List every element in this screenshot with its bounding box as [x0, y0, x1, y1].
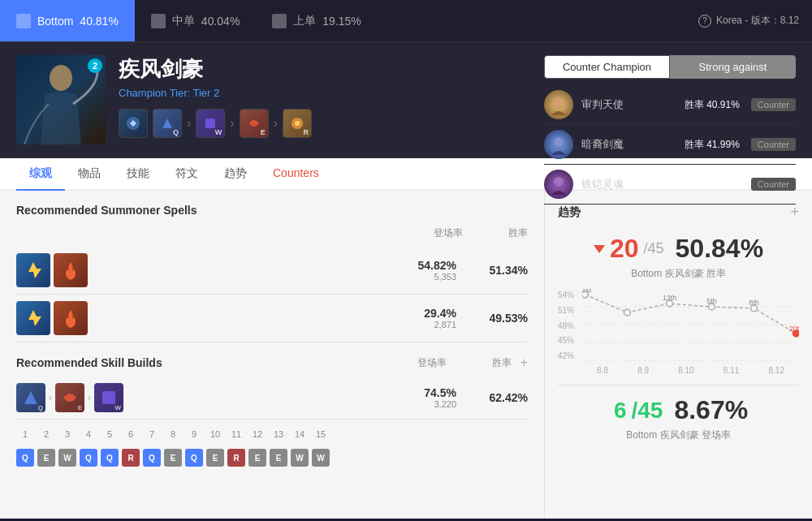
- svg-rect-9: [102, 391, 115, 404]
- svg-point-7: [554, 137, 564, 147]
- skill-icon-w: W: [94, 383, 123, 412]
- order-num-9: 9: [185, 429, 203, 439]
- subnav-skills[interactable]: 技能: [114, 158, 162, 191]
- counter-btn-1[interactable]: Counter: [751, 98, 796, 111]
- trend-plus-icon[interactable]: +: [790, 204, 799, 221]
- summoner-icon-ignite: [54, 253, 88, 287]
- skill-sequence: Q › E › W: [16, 383, 377, 412]
- counter-name-1: 审判天使: [581, 97, 676, 112]
- order-num-13: 13: [270, 429, 287, 439]
- subnav-overview[interactable]: 综观: [16, 158, 65, 191]
- y-label-0: 54%: [558, 291, 582, 299]
- col-header-rate: 登场率: [398, 226, 463, 240]
- spell-table-header: 登场率 胜率: [16, 226, 528, 240]
- order-key-3: W: [58, 449, 76, 467]
- spell-passive: [119, 109, 148, 138]
- left-panel: Recommended Summoner Spells 登场率 胜率 54.82…: [0, 191, 544, 519]
- tab-percent-top: 19.15%: [322, 15, 361, 28]
- main-content: Recommended Summoner Spells 登场率 胜率 54.82…: [0, 191, 812, 519]
- order-num-10: 10: [206, 429, 224, 439]
- top-nav: Bottom 40.81% 中单 40.04% 上单 19.15% ? Kore…: [0, 0, 812, 42]
- winrate-primary-2: 49.53%: [463, 312, 528, 325]
- tab-label-top: 上单: [293, 14, 316, 28]
- right-panel: 趋势 + 20 /45 50.84% Bottom 疾风剑豪 胜率 54% 51…: [544, 191, 812, 519]
- rate-primary-2: 29.4%: [383, 307, 456, 320]
- order-num-14: 14: [291, 429, 309, 439]
- svg-text:2nd: 2nd: [582, 289, 591, 294]
- nav-tab-mid[interactable]: 中单 40.04%: [135, 0, 256, 41]
- counter-tab-counter[interactable]: Counter Champion: [544, 55, 670, 79]
- trend-winrate-block: 20 /45 50.84% Bottom 疾风剑豪 胜率: [558, 234, 799, 281]
- trend-pickrate-of: /45: [631, 398, 663, 424]
- chart-area: 2nd 13th 5th 8th 20th: [582, 289, 799, 364]
- x-label-1: 8.9: [637, 366, 649, 375]
- counter-panel: Counter Champion Strong against 审判天使 胜率 …: [544, 55, 796, 205]
- svg-text:20th: 20th: [789, 325, 799, 333]
- counter-name-2: 暗裔剑魔: [581, 137, 676, 152]
- counter-btn-2[interactable]: Counter: [751, 138, 796, 151]
- skill-key-row: Q E W Q Q R Q E Q E R E E W W: [16, 444, 528, 471]
- spell-r: R: [283, 109, 312, 138]
- skill-build-row: Q › E › W 74.5% 3,220 62.42%: [16, 377, 528, 420]
- tab-label-bottom: Bottom: [37, 15, 73, 28]
- summoner-icon-ignite-2: [54, 301, 88, 335]
- svg-text:13th: 13th: [663, 294, 677, 302]
- order-key-15: W: [312, 449, 330, 467]
- champion-header: 2 疾风剑豪 Champion Tier: Tier 2 Q › W › E ›: [0, 42, 812, 158]
- counter-winrate-3: 胜率 42.51%: [685, 178, 740, 192]
- trend-title: 趋势: [558, 205, 790, 220]
- skill-rate: 74.5% 3,220: [383, 386, 456, 409]
- y-label-2: 48%: [558, 321, 582, 330]
- chart-svg: 2nd 13th 5th 8th 20th: [582, 289, 799, 362]
- help-icon[interactable]: ?: [698, 15, 711, 28]
- col-header-winrate: 胜率: [463, 226, 528, 240]
- summoner-row-2: 29.4% 2,871 49.53%: [16, 295, 528, 342]
- spell-e: E: [240, 109, 269, 138]
- trend-header: 趋势 +: [558, 204, 799, 221]
- winrate-primary-1: 51.34%: [463, 264, 528, 277]
- trend-chart: 54% 51% 48% 45% 42%: [558, 289, 799, 375]
- trend-rank-display: 20 /45 50.84%: [558, 234, 799, 264]
- version-info: ? Korea - 版本：8.12: [698, 14, 812, 28]
- counter-btn-3[interactable]: Counter: [751, 178, 796, 191]
- trend-down-arrow: [594, 245, 605, 253]
- rate-secondary-2: 2,871: [383, 320, 456, 329]
- skill-arrow-1: ›: [49, 392, 52, 403]
- order-key-12: E: [248, 449, 266, 467]
- skill-builds-header: Recommended Skill Builds 登场率 胜率 +: [16, 355, 528, 370]
- subnav-trend[interactable]: 趋势: [211, 158, 260, 191]
- summoner-winrate-2: 49.53%: [463, 312, 528, 325]
- rate-primary-1: 54.82%: [383, 259, 456, 272]
- trend-pickrate-label: Bottom 疾风剑豪 登场率: [558, 428, 799, 442]
- subnav-runes[interactable]: 符文: [162, 158, 211, 191]
- svg-point-8: [554, 177, 564, 187]
- trend-pickrate-rank: 6 /45 8.67%: [558, 395, 799, 425]
- tier-badge: 2: [88, 58, 102, 73]
- svg-rect-3: [205, 118, 215, 128]
- svg-point-6: [554, 97, 564, 107]
- chart-y-axis: 54% 51% 48% 45% 42%: [558, 289, 582, 362]
- order-num-6: 6: [122, 429, 140, 439]
- summoner-spells-title: Recommended Summoner Spells: [16, 204, 528, 217]
- nav-tab-top[interactable]: 上单 19.15%: [256, 0, 377, 41]
- order-num-8: 8: [164, 429, 182, 439]
- counter-icon-1: [544, 90, 573, 119]
- order-key-8: E: [164, 449, 182, 467]
- svg-point-5: [295, 121, 300, 126]
- nav-tab-bottom[interactable]: Bottom 40.81%: [0, 0, 135, 41]
- tab-percent-mid: 40.04%: [201, 15, 240, 28]
- skill-plus-icon[interactable]: +: [512, 355, 528, 370]
- trend-rank-of: /45: [644, 240, 664, 257]
- counter-tab-strong[interactable]: Strong against: [670, 55, 796, 79]
- subnav-items[interactable]: 物品: [65, 158, 114, 191]
- skill-rate-primary: 74.5%: [383, 386, 456, 399]
- order-key-1: Q: [16, 449, 34, 467]
- spell-q: Q: [153, 109, 182, 138]
- order-key-10: E: [206, 449, 224, 467]
- counter-row-1: 审判天使 胜率 40.91% Counter: [544, 85, 796, 125]
- skill-builds-title: Recommended Skill Builds: [16, 356, 374, 369]
- order-num-11: 11: [227, 429, 245, 439]
- order-num-12: 12: [248, 429, 266, 439]
- subnav-counters[interactable]: Counters: [260, 158, 332, 191]
- order-key-11: R: [227, 449, 245, 467]
